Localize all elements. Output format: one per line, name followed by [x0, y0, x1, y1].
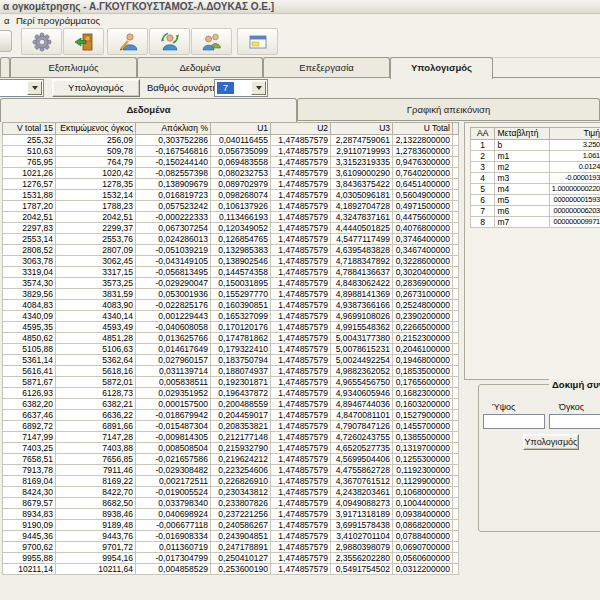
height-input[interactable] [483, 414, 545, 429]
menu-item-about[interactable]: Περί προγράμματος [12, 15, 104, 27]
table-cell: 0,7640200000 [393, 168, 453, 179]
table-row[interactable]: 6892,726891,66-0,0154873040,2083538211,4… [3, 421, 459, 432]
table-row[interactable]: 7913,787911,46-0,0293084820,2232546061,4… [3, 465, 459, 476]
tab-processing[interactable]: Επεξεργασία [263, 57, 390, 77]
table-cell: 0,098268074 [211, 190, 271, 201]
table-cell: 509,78 [56, 146, 136, 157]
table-row[interactable]: 8679,578682,500,0337983400,2338078261,47… [3, 498, 459, 509]
table-row[interactable]: 5616,415618,160,0311397140,1880749371,47… [3, 366, 459, 377]
chevron-down-icon[interactable] [251, 81, 266, 95]
column-header[interactable]: U1 [211, 123, 271, 135]
table-row[interactable]: 3829,563831,590,0530019360,1552977701,47… [3, 289, 459, 300]
table-cell: 0,4475600000 [393, 212, 453, 223]
degree-combo[interactable]: 7 [214, 79, 268, 97]
settings-button[interactable] [21, 28, 62, 55]
column-header[interactable]: U2 [271, 123, 331, 135]
table-row[interactable]: 6126,936128,730,0293519520,1964378721,47… [3, 388, 459, 399]
table-row[interactable]: 510,63509,78-0,1675468160,0567350991,474… [3, 146, 459, 157]
table-row[interactable]: 5871,675872,010,0058385110,1923018711,47… [3, 377, 459, 388]
table-row[interactable]: 4084,834083,90-0,0228251760,1603908511,4… [3, 300, 459, 311]
table-row[interactable]: 9190,099189,48-0,0066771180,2405862671,4… [3, 520, 459, 531]
tab-equipment[interactable]: Εξοπλισμός [10, 57, 137, 77]
table-row[interactable]: 9445,369443,76-0,0169083340,2439048511,4… [3, 531, 459, 542]
table-cell: 6 [471, 195, 495, 206]
test-calculate-button[interactable]: Υπολογισμός [523, 434, 579, 450]
table-row[interactable]: 6637,466636,22-0,0186799420,2044590171,4… [3, 410, 459, 421]
table-row[interactable]: 5105,885106,630,0146176490,1793224101,47… [3, 344, 459, 355]
table-row[interactable]: 8169,048169,220,0021725110,2268269101,47… [3, 476, 459, 487]
table-row[interactable]: 9955,889954,16-0,0173047990,2504101271,4… [3, 553, 459, 564]
column-header[interactable]: Τιμή [549, 128, 600, 140]
column-header[interactable]: U Total [393, 123, 453, 135]
exit-button[interactable] [63, 28, 104, 55]
table-cell: 2297,83 [3, 223, 56, 234]
table-row[interactable]: 7658,517656,85-0,0216575860,2196242121,4… [3, 454, 459, 465]
table-cell: 0,174781862 [211, 333, 271, 344]
form-window-button[interactable] [237, 28, 278, 55]
subtab-data[interactable]: Δεδομένα [0, 98, 297, 122]
table-row[interactable]: 4850,624851,280,0136257660,1747818621,47… [3, 333, 459, 344]
table-row[interactable]: 2m11.061 [471, 151, 600, 162]
table-row[interactable]: 255,32256,090,3037522860,0401164551,4748… [3, 135, 459, 146]
tab-calculation[interactable]: Υπολογισμός [390, 57, 493, 79]
table-cell: 4,7884136637 [331, 267, 393, 278]
row-filler [453, 410, 459, 421]
table-cell: 0,3228600000 [393, 256, 453, 267]
table-row[interactable]: 4m3-0.0000193 [471, 173, 600, 184]
table-row[interactable]: 7403,257403,880,0085085040,2159327901,47… [3, 443, 459, 454]
column-header[interactable]: V total 15 [3, 123, 56, 135]
table-cell: 0,024286013 [136, 234, 211, 245]
calculate-button[interactable]: Υπολογισμός [52, 79, 140, 97]
table-row[interactable]: 7m6000000006203 [471, 206, 600, 217]
table-row[interactable]: 5361,145362,640,0279601570,1837507941,47… [3, 355, 459, 366]
user-edit-button[interactable] [107, 28, 148, 55]
users-button[interactable] [191, 28, 232, 55]
table-row[interactable]: 6m5000000001593 [471, 195, 600, 206]
column-header[interactable]: Μεταβλητή [495, 128, 549, 140]
table-row[interactable]: 6382,206382,210,0001575000,2004885591,47… [3, 399, 459, 410]
table-row[interactable]: 8424,308422,70-0,0190055240,2303438121,4… [3, 487, 459, 498]
table-row[interactable]: 5m41.00000000220 [471, 184, 600, 195]
table-row[interactable]: 2297,832299,370,0673072540,1203490521,47… [3, 223, 459, 234]
row-filler [453, 168, 459, 179]
table-cell: 000000009971 [549, 217, 600, 228]
tab-data[interactable]: Δεδομένα [137, 57, 263, 77]
partial-icon[interactable] [0, 30, 12, 52]
tab-stub[interactable] [0, 57, 10, 77]
column-header[interactable]: U3 [331, 123, 393, 135]
table-cell: 4340,09 [3, 311, 56, 322]
column-header[interactable]: Απόκλιση % [136, 123, 211, 135]
table-row[interactable]: 2808,522807,09-0,0510392190,1329853831,4… [3, 245, 459, 256]
table-cell: 0,253600190 [211, 564, 271, 575]
user-refresh-button[interactable] [149, 28, 190, 55]
table-row[interactable]: 2042,512042,51-0,0002223330,1134661931,4… [3, 212, 459, 223]
table-cell: 0,208353821 [211, 421, 271, 432]
table-cell: 0,031139714 [136, 366, 211, 377]
table-row[interactable]: 1787,201788,230,0575232420,1061379261,47… [3, 201, 459, 212]
table-row[interactable]: 2553,142553,760,0242860130,1268547651,47… [3, 234, 459, 245]
table-row[interactable]: 1021,261020,42-0,0825573980,0802327531,4… [3, 168, 459, 179]
column-header[interactable]: Εκτιμώμενος όγκος [56, 123, 136, 135]
table-row[interactable]: 7147,997147,28-0,0098143050,2121771481,4… [3, 432, 459, 443]
table-row[interactable]: 3319,043317,15-0,0568134950,1445743581,4… [3, 267, 459, 278]
table-row[interactable]: 8m7000000009971 [471, 217, 600, 228]
table-cell: 0,132985383 [211, 245, 271, 256]
table-row[interactable]: 1b3.250 [471, 140, 600, 151]
table-cell: 3,8436375422 [331, 179, 393, 190]
calculation-combo[interactable] [0, 79, 44, 97]
table-row[interactable]: 1531,881532,140,0168197230,0982680741,47… [3, 190, 459, 201]
table-row[interactable]: 9700,629701,720,0113607190,2471788911,47… [3, 542, 459, 553]
volume-input[interactable] [549, 414, 600, 429]
table-row[interactable]: 3063,783062,45-0,0431491050,1389025461,4… [3, 256, 459, 267]
chevron-down-icon[interactable] [27, 81, 42, 95]
subtab-graph[interactable]: Γραφική απεικόνιση [297, 98, 600, 120]
table-row[interactable]: 3574,303573,25-0,0292900470,1500318951,4… [3, 278, 459, 289]
table-row[interactable]: 8934,838938,460,0406989240,2372212561,47… [3, 509, 459, 520]
table-row[interactable]: 10211,1410211,640,0048585290,2536001901,… [3, 564, 459, 575]
table-row[interactable]: 4340,094340,140,0012294430,1653270991,47… [3, 311, 459, 322]
table-row[interactable]: 3m20.0124 [471, 162, 600, 173]
table-row[interactable]: 4595,354593,49-0,0406080580,1701201761,4… [3, 322, 459, 333]
column-header[interactable]: AA [471, 128, 495, 140]
table-row[interactable]: 1276,571278,350,1389096790,0897029791,47… [3, 179, 459, 190]
table-row[interactable]: 765,95764,79-0,1502441400,0694835581,474… [3, 157, 459, 168]
